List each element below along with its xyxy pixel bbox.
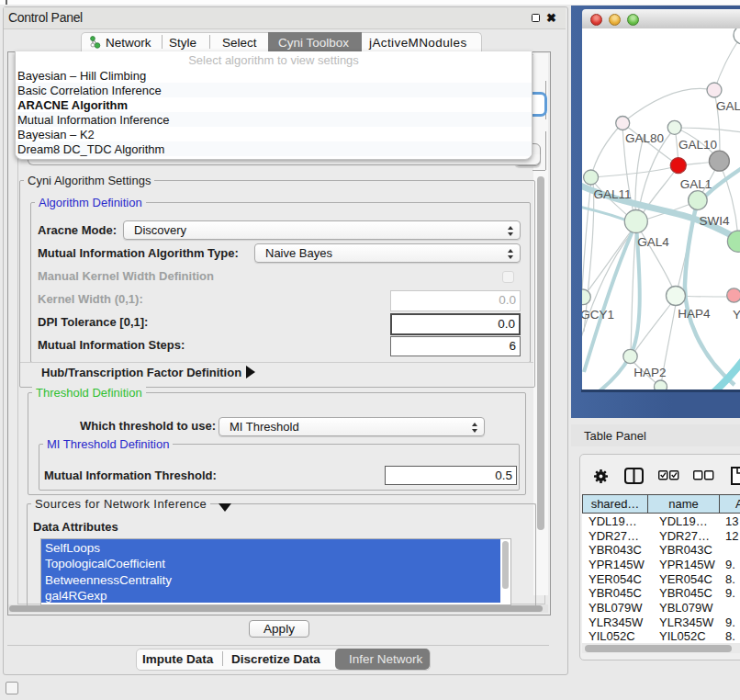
svg-text:YM: YM [733,308,740,322]
svg-text:GAL80: GAL80 [625,131,664,145]
svg-text:HAP2: HAP2 [633,366,666,379]
svg-text:GAL11: GAL11 [593,187,631,201]
svg-text:GAL1: GAL1 [680,177,712,191]
svg-text:GAL10: GAL10 [678,138,717,152]
svg-text:SWI4: SWI4 [699,214,729,228]
svg-text:HAP4: HAP4 [678,307,711,321]
svg-text:GAL4: GAL4 [637,235,669,249]
svg-text:GCY1: GCY1 [582,308,614,322]
svg-text:GAL2: GAL2 [716,99,740,113]
